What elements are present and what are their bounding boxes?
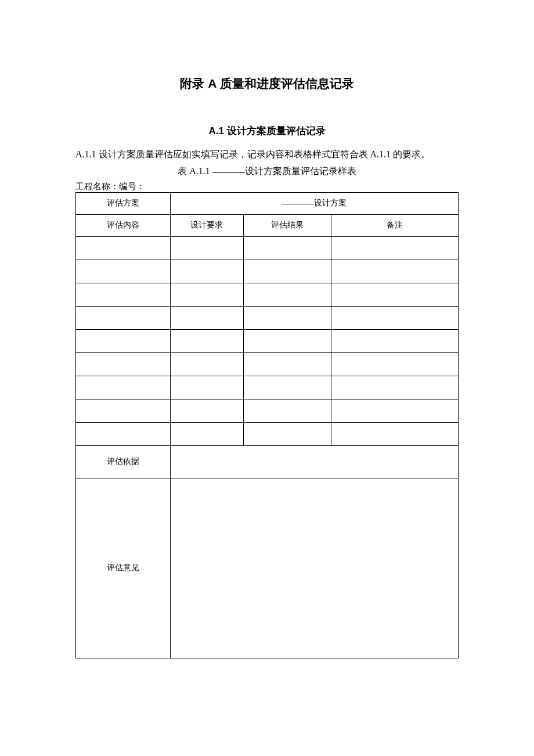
empty-cell bbox=[76, 422, 171, 445]
empty-cell bbox=[331, 283, 459, 306]
design-scheme-text: 设计方案 bbox=[314, 199, 347, 207]
page-title: 附录 A 质量和进度评估信息记录 bbox=[75, 75, 459, 92]
empty-cell bbox=[76, 352, 171, 376]
empty-cell bbox=[76, 283, 171, 306]
cell-basis-value bbox=[170, 445, 458, 478]
empty-cell bbox=[244, 422, 331, 445]
project-label: 工程名称：编号： bbox=[75, 181, 459, 192]
empty-cell bbox=[76, 329, 171, 352]
empty-cell bbox=[331, 352, 459, 376]
table-row bbox=[76, 260, 459, 283]
empty-cell bbox=[76, 306, 171, 329]
empty-cell bbox=[170, 352, 244, 376]
table-row: 评估意见 bbox=[76, 478, 459, 658]
empty-cell bbox=[170, 306, 244, 329]
header-content: 评估内容 bbox=[76, 214, 171, 236]
header-remark: 备注 bbox=[331, 214, 459, 236]
table-row: 评估内容 设计要求 评估结果 备注 bbox=[76, 214, 459, 236]
empty-cell bbox=[170, 376, 244, 399]
empty-cell bbox=[331, 422, 459, 445]
empty-cell bbox=[76, 376, 171, 399]
table-row bbox=[76, 283, 459, 306]
section-heading: A.1 设计方案质量评估记录 bbox=[75, 124, 459, 138]
empty-cell bbox=[331, 260, 459, 283]
blank-underline bbox=[212, 172, 245, 173]
table-row bbox=[76, 306, 459, 329]
cell-basis-label: 评估依据 bbox=[76, 445, 171, 478]
empty-cell bbox=[331, 399, 459, 422]
cell-scheme-label: 评估方案 bbox=[76, 192, 171, 214]
cell-opinion-label: 评估意见 bbox=[76, 478, 171, 658]
empty-cell bbox=[170, 236, 244, 260]
table-row bbox=[76, 329, 459, 352]
empty-cell bbox=[244, 236, 331, 260]
empty-cell bbox=[170, 329, 244, 352]
empty-cell bbox=[170, 260, 244, 283]
header-result: 评估结果 bbox=[244, 214, 331, 236]
empty-cell bbox=[244, 329, 331, 352]
caption-prefix: 表 A.1.1 bbox=[178, 166, 212, 176]
empty-cell bbox=[331, 329, 459, 352]
empty-cell bbox=[76, 260, 171, 283]
blank-underline bbox=[282, 204, 314, 204]
empty-cell bbox=[331, 236, 459, 260]
table-row bbox=[76, 236, 459, 260]
table-row bbox=[76, 352, 459, 376]
table-row bbox=[76, 376, 459, 399]
empty-cell bbox=[170, 399, 244, 422]
cell-scheme-value: 设计方案 bbox=[170, 192, 458, 214]
empty-cell bbox=[244, 306, 331, 329]
empty-cell bbox=[170, 283, 244, 306]
table-row bbox=[76, 399, 459, 422]
table-row bbox=[76, 422, 459, 445]
caption-suffix: 设计方案质量评估记录样表 bbox=[245, 166, 356, 176]
empty-cell bbox=[244, 260, 331, 283]
empty-cell bbox=[76, 399, 171, 422]
table-caption: 表 A.1.1 设计方案质量评估记录样表 bbox=[75, 165, 459, 178]
empty-cell bbox=[244, 399, 331, 422]
header-req: 设计要求 bbox=[170, 214, 244, 236]
table-row: 评估方案 设计方案 bbox=[76, 192, 459, 214]
empty-cell bbox=[244, 283, 331, 306]
empty-cell bbox=[170, 422, 244, 445]
empty-cell bbox=[331, 306, 459, 329]
evaluation-table: 评估方案 设计方案 评估内容 设计要求 评估结果 备注 评估依据 评估意见 bbox=[75, 192, 459, 658]
table-row: 评估依据 bbox=[76, 445, 459, 478]
empty-cell bbox=[76, 236, 171, 260]
empty-cell bbox=[244, 352, 331, 376]
cell-opinion-value bbox=[170, 478, 458, 658]
empty-cell bbox=[244, 376, 331, 399]
empty-cell bbox=[331, 376, 459, 399]
section-paragraph: A.1.1 设计方案质量评估应如实填写记录，记录内容和表格样式宜符合表 A.1.… bbox=[75, 147, 459, 162]
